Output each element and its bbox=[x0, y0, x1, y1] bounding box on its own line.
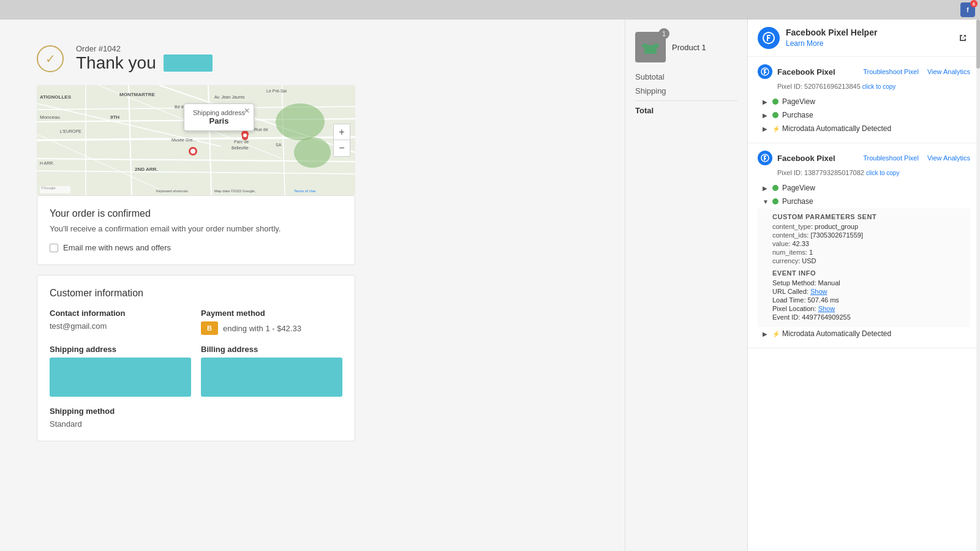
map-popup-city: Paris bbox=[193, 116, 245, 126]
email-checkbox[interactable] bbox=[50, 244, 58, 252]
microdata1-label: Microdata Automatically Detected bbox=[782, 124, 891, 133]
map-zoom-in[interactable]: + bbox=[334, 124, 350, 140]
external-link-icon bbox=[958, 33, 968, 43]
pixel1-pageview[interactable]: ▶ PageView bbox=[758, 95, 970, 108]
subtotal-line: Subtotal bbox=[635, 72, 737, 81]
svg-text:2ND ARR.: 2ND ARR. bbox=[135, 167, 157, 172]
name-redacted-block bbox=[164, 54, 213, 72]
email-checkbox-label: Email me with news and offers bbox=[63, 243, 171, 252]
thank-you-text: Thank you bbox=[76, 53, 156, 73]
pixel2-analytics[interactable]: View Analytics bbox=[927, 154, 970, 162]
microdata1-lightning: ⚡ bbox=[772, 126, 778, 132]
pixel2-copy[interactable]: click to copy bbox=[866, 170, 899, 176]
map-svg: ATIGNOLLES MONTMARTRE 9TH Monceau L'EURO… bbox=[37, 85, 355, 195]
tshirt-icon bbox=[641, 38, 660, 56]
thank-you-row: Thank you bbox=[76, 53, 213, 73]
pixel2-pageview[interactable]: ▶ PageView bbox=[758, 181, 970, 195]
event-info-load-time: Load Time: 507.46 ms bbox=[772, 296, 960, 304]
pixel2-logo bbox=[758, 151, 772, 165]
map-container: ATIGNOLLES MONTMARTRE 9TH Monceau L'EURO… bbox=[37, 85, 355, 195]
svg-point-15 bbox=[294, 137, 331, 168]
svg-text:ATIGNOLLES: ATIGNOLLES bbox=[40, 94, 72, 100]
svg-text:Av. Jean Jaurès: Av. Jean Jaurès bbox=[214, 95, 245, 99]
order-info: Order #1042 Thank you bbox=[76, 44, 213, 73]
pixel1-microdata[interactable]: ▶ ⚡ Microdata Automatically Detected bbox=[758, 122, 970, 135]
pixel2-microdata[interactable]: ▶ ⚡ Microdata Automatically Detected bbox=[758, 327, 970, 340]
browser-bar: f 6 bbox=[0, 0, 980, 20]
svg-point-42 bbox=[243, 133, 247, 137]
svg-text:Map data ©2022 Google,: Map data ©2022 Google, bbox=[214, 189, 255, 193]
pixel1-copy[interactable]: click to copy bbox=[862, 83, 895, 90]
pixel-open-button[interactable] bbox=[956, 31, 970, 45]
email-checkbox-row: Email me with news and offers bbox=[50, 243, 342, 252]
svg-text:Musée Gre...: Musée Gre... bbox=[172, 138, 197, 142]
pageview-label: PageView bbox=[782, 97, 815, 106]
param-currency: currency: USD bbox=[772, 257, 960, 264]
contact-section: Contact information test@gmail.com bbox=[50, 309, 191, 335]
customer-info-box: Customer information Contact information… bbox=[37, 275, 355, 441]
shipping-address-block bbox=[50, 358, 191, 397]
contact-email: test@gmail.com bbox=[50, 321, 191, 331]
pixel2-purchase[interactable]: ▼ Purchase bbox=[758, 195, 970, 208]
microdata1-arrow: ▶ bbox=[763, 126, 769, 132]
svg-text:Parc de: Parc de bbox=[234, 140, 249, 144]
confirmation-box: Your order is confirmed You'll receive a… bbox=[37, 195, 355, 265]
pixel2-name: Facebook Pixel bbox=[777, 154, 858, 163]
map-zoom-out[interactable]: − bbox=[334, 140, 350, 156]
pixel1-header: Facebook Pixel Troubleshoot Pixel View A… bbox=[758, 64, 970, 79]
pixel-content: Facebook Pixel Troubleshoot Pixel View A… bbox=[748, 57, 980, 551]
svg-text:MONTMARTRE: MONTMARTRE bbox=[119, 92, 155, 97]
pixel-helper-title: Facebook Pixel Helper bbox=[786, 28, 949, 37]
pixel1-id-label: Pixel ID: bbox=[777, 83, 804, 90]
pixel-learn-more-link[interactable]: Learn More bbox=[786, 39, 823, 48]
page-content: ✓ Order #1042 Thank you bbox=[0, 20, 625, 551]
pixel-helper-panel: Facebook Pixel Helper Learn More bbox=[747, 20, 980, 551]
pixel2-purchase-dot bbox=[772, 198, 778, 204]
url-called-link[interactable]: Show bbox=[810, 288, 827, 295]
svg-text:Monceau: Monceau bbox=[40, 114, 60, 120]
contact-label: Contact information bbox=[50, 309, 191, 318]
pixel1-troubleshoot[interactable]: Troubleshoot Pixel bbox=[863, 68, 919, 75]
param-content-type: content_type: product_group bbox=[772, 223, 960, 230]
scrollbar-thumb[interactable] bbox=[976, 20, 980, 69]
pixel1-entry: Facebook Pixel Troubleshoot Pixel View A… bbox=[748, 57, 980, 143]
order-sidebar: 1 Product 1 Subtotal Shipping Total bbox=[625, 20, 747, 551]
shipping-address-label: Shipping address bbox=[50, 345, 191, 354]
pixel2-pageview-arrow: ▶ bbox=[763, 185, 769, 192]
event-info-event-id: Event ID: 4497764909255 bbox=[772, 313, 960, 321]
param-num-items: num_items: 1 bbox=[772, 249, 960, 256]
pixel2-troubleshoot[interactable]: Troubleshoot Pixel bbox=[863, 154, 919, 162]
pixel2-microdata-lightning: ⚡ bbox=[772, 331, 778, 337]
purchase-dot bbox=[772, 112, 778, 118]
pixel1-analytics[interactable]: View Analytics bbox=[927, 68, 970, 75]
pixel1-logo-icon bbox=[761, 67, 769, 76]
total-label: Total bbox=[635, 106, 654, 115]
svg-text:L'EUROPE: L'EUROPE bbox=[60, 129, 81, 133]
pixel-location-link[interactable]: Show bbox=[818, 305, 835, 312]
pixel-title-block: Facebook Pixel Helper Learn More bbox=[786, 28, 949, 48]
pixel-helper-logo bbox=[758, 27, 780, 49]
param-value: value: 42.33 bbox=[772, 240, 960, 247]
svg-text:Rue de: Rue de bbox=[254, 127, 268, 132]
purchase-arrow: ▶ bbox=[763, 112, 769, 119]
pixel2-id-row: Pixel ID: 1387793285017082 click to copy bbox=[777, 169, 970, 176]
event-info-setup-method: Setup Method: Manual bbox=[772, 279, 960, 287]
svg-text:9TH: 9TH bbox=[110, 114, 119, 120]
svg-text:H ARR.: H ARR. bbox=[40, 161, 54, 165]
order-check-circle: ✓ bbox=[37, 45, 64, 72]
pixel2-purchase-label: Purchase bbox=[782, 197, 813, 206]
product-quantity-badge: 1 bbox=[658, 28, 669, 39]
extension-badge: 6 bbox=[970, 0, 978, 7]
pixel1-purchase[interactable]: ▶ Purchase bbox=[758, 108, 970, 122]
scrollbar[interactable] bbox=[976, 20, 980, 551]
map-popup-close[interactable]: ✕ bbox=[244, 107, 250, 115]
shipping-method-section: Shipping method Standard bbox=[50, 407, 342, 429]
extension-icon[interactable]: f 6 bbox=[960, 2, 975, 17]
pixel-helper-header: Facebook Pixel Helper Learn More bbox=[748, 20, 980, 57]
pixel2-purchase-arrow: ▼ bbox=[763, 198, 769, 205]
pixel2-header: Facebook Pixel Troubleshoot Pixel View A… bbox=[758, 151, 970, 165]
extension-label: f bbox=[967, 7, 968, 13]
svg-text:Terms of Use: Terms of Use bbox=[294, 189, 316, 193]
svg-text:SA: SA bbox=[276, 143, 282, 147]
billing-address-section: Billing address bbox=[201, 345, 342, 397]
